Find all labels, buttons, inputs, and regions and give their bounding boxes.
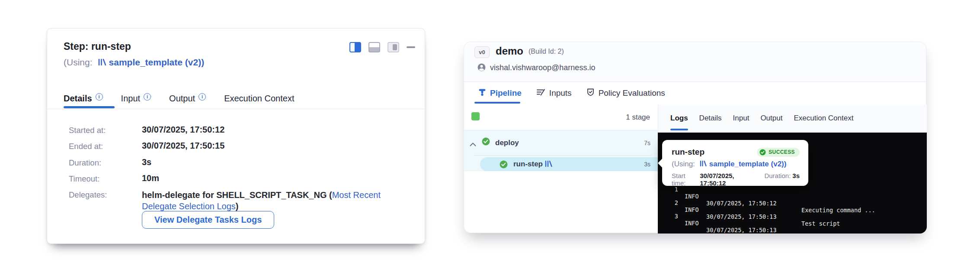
layout-float-icon[interactable] <box>388 42 399 52</box>
using-suffix: ) <box>201 57 204 68</box>
trigger-user-email: vishal.vishwaroop@harness.io <box>490 63 595 72</box>
tab-log-details[interactable]: Details <box>699 114 722 123</box>
step-details-panel: Step: run-step (Using: sample_template (… <box>47 28 425 244</box>
tab-output[interactable]: Output i <box>169 93 206 104</box>
tab-pipeline[interactable]: Pipeline <box>478 88 522 98</box>
ended-at-value: 30/07/2025, 17:50:15 <box>142 141 224 151</box>
stage-status-square[interactable] <box>471 112 480 120</box>
log-tabs-strip: Logs Details Input Output Execution Cont… <box>658 104 927 133</box>
template-icon <box>544 160 552 169</box>
tab-log-output[interactable]: Output <box>760 114 782 123</box>
active-tab-underline <box>670 129 688 130</box>
tabs-divider <box>47 109 425 109</box>
run-step-label: run-step <box>513 160 543 169</box>
output-info-icon[interactable]: i <box>199 93 206 101</box>
tooltip-step-name: run-step <box>672 147 705 157</box>
layout-split-bottom-icon[interactable] <box>368 42 380 52</box>
tab-input[interactable]: Input i <box>121 93 151 104</box>
build-id: (Build Id: 2) <box>528 48 564 55</box>
input-info-icon[interactable]: i <box>144 93 151 101</box>
deploy-success-icon <box>482 137 490 147</box>
execution-panel: v0 demo (Build Id: 2) vishal.vishwaroop@… <box>464 42 926 233</box>
details-info-icon[interactable]: i <box>96 93 103 101</box>
tree-item-run-step[interactable]: run-step 3s <box>480 157 658 171</box>
delegates-label: Delegates: <box>69 190 107 200</box>
shield-check-icon <box>586 88 595 98</box>
tooltip-template-link[interactable]: sample_template (v2) <box>709 160 784 169</box>
run-step-duration: 3s <box>644 161 650 168</box>
success-check-icon <box>759 149 766 156</box>
pipeline-icon <box>478 88 486 98</box>
using-prefix: (Using: <box>64 57 93 68</box>
template-icon <box>699 160 707 169</box>
version-badge: v0 <box>474 46 490 58</box>
timeout-label: Timeout: <box>69 174 99 184</box>
execution-tabs: Pipeline Inputs Policy Evaluations <box>478 82 665 104</box>
tab-log-execution-context[interactable]: Execution Context <box>794 114 853 123</box>
step-status-tooltip: run-step SUCCESS (Using: sample_template… <box>662 140 808 186</box>
stage-summary-strip: 1 stage <box>464 104 658 130</box>
started-at-value: 30/07/2025, 17:50:12 <box>142 125 224 135</box>
collapse-chevron-icon[interactable] <box>470 140 476 148</box>
tab-logs[interactable]: Logs <box>670 114 688 123</box>
step-tabs: Details i Input i Output i Execution Con… <box>64 93 294 104</box>
active-tab-underline <box>474 102 520 104</box>
execution-tree: deploy 7s run-step 3s <box>464 130 658 171</box>
template-link[interactable]: sample_template (v2) <box>109 57 202 68</box>
minimize-icon[interactable] <box>407 46 415 48</box>
delegates-value: helm-delegate for SHELL_SCRIPT_TASK_NG (… <box>142 189 401 212</box>
tab-execution-context[interactable]: Execution Context <box>224 93 294 104</box>
stage-count: 1 stage <box>626 113 650 122</box>
status-badge: SUCCESS <box>757 148 800 157</box>
layout-split-right-icon[interactable] <box>349 42 361 52</box>
active-tab-underline <box>64 106 115 108</box>
step-using-line: (Using: sample_template (v2)) <box>64 57 204 68</box>
pipeline-name[interactable]: demo <box>496 45 523 57</box>
panel-layout-controls <box>349 42 415 52</box>
duration-label: Duration: <box>69 158 101 168</box>
step-title: Step: run-step <box>64 41 131 52</box>
inputs-icon <box>536 88 545 98</box>
log-line-3: 3 INFO 30/07/2025, 17:50:13 Command comp… <box>658 206 927 234</box>
tooltip-start-time: 30/07/2025, 17:50:12 <box>700 172 756 187</box>
user-icon <box>477 63 486 74</box>
template-icon <box>98 58 106 68</box>
ended-at-label: Ended at: <box>69 142 103 151</box>
deploy-duration: 7s <box>644 140 650 146</box>
tree-divider <box>474 155 652 156</box>
page: Step: run-step (Using: sample_template (… <box>0 0 980 279</box>
tab-log-input[interactable]: Input <box>733 114 749 123</box>
duration-value: 3s <box>142 157 151 167</box>
tab-details[interactable]: Details i <box>64 93 103 104</box>
started-at-label: Started at: <box>69 126 106 135</box>
execution-header: v0 demo (Build Id: 2) vishal.vishwaroop@… <box>464 42 926 82</box>
tree-item-deploy[interactable]: deploy <box>495 139 519 147</box>
timeout-value: 10m <box>142 173 159 183</box>
tab-inputs[interactable]: Inputs <box>536 88 572 98</box>
view-delegate-tasks-logs-button[interactable]: View Delegate Tasks Logs <box>142 211 274 229</box>
tooltip-duration: 3s <box>792 172 800 187</box>
tab-policy-evaluations[interactable]: Policy Evaluations <box>586 88 665 98</box>
run-step-success-icon <box>500 160 508 170</box>
